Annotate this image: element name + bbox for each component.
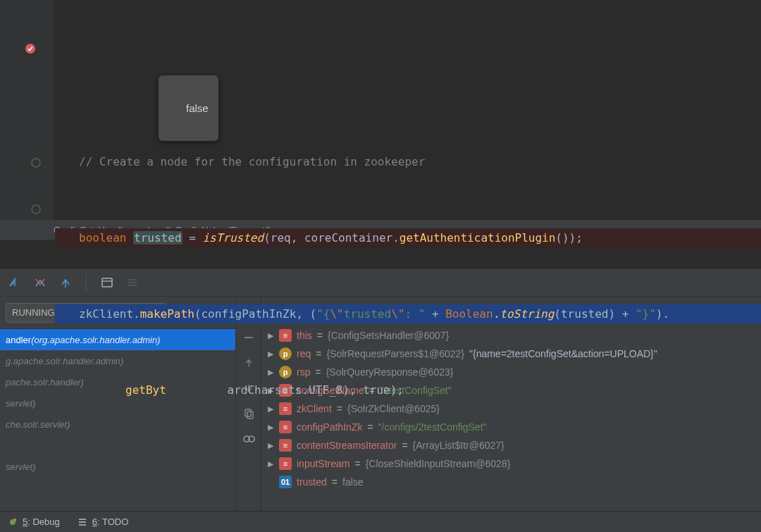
svg-point-10 [13,518,16,521]
trace-icon[interactable] [125,275,140,290]
value-tooltip: false [159,75,218,141]
step-into-icon[interactable] [32,275,48,290]
code-view[interactable]: InputStream inputStream = contentStreams… [54,0,761,220]
code-line: getBytxxxxxxxxxardCharsets.UTF_8), true)… [55,381,761,400]
code-line-selected: zkClient.makePath(configPathInZk, ("{\"t… [55,304,761,323]
code-line [55,457,761,476]
svg-point-1 [32,159,40,167]
svg-point-2 [32,205,40,214]
code-line-current: boolean trusted = isTrusted(req, coreCon… [55,228,761,247]
editor-gutter [0,0,54,220]
tooltip-text: false [186,102,209,114]
breakpoint-icon[interactable] [24,42,37,55]
override-marker-icon[interactable] [31,158,44,171]
highlighted-variable: trusted [133,231,182,245]
code-line: // Create a node for the configuration i… [55,152,761,171]
bug-icon [7,516,18,528]
override-marker-icon[interactable] [31,204,44,217]
step-over-icon[interactable] [7,275,23,290]
thread-selector-label: RUNNING [12,307,55,318]
debug-tool-window-tab[interactable]: 5: Debug [7,516,60,528]
editor-area: InputStream inputStream = contentStreams… [0,0,761,220]
